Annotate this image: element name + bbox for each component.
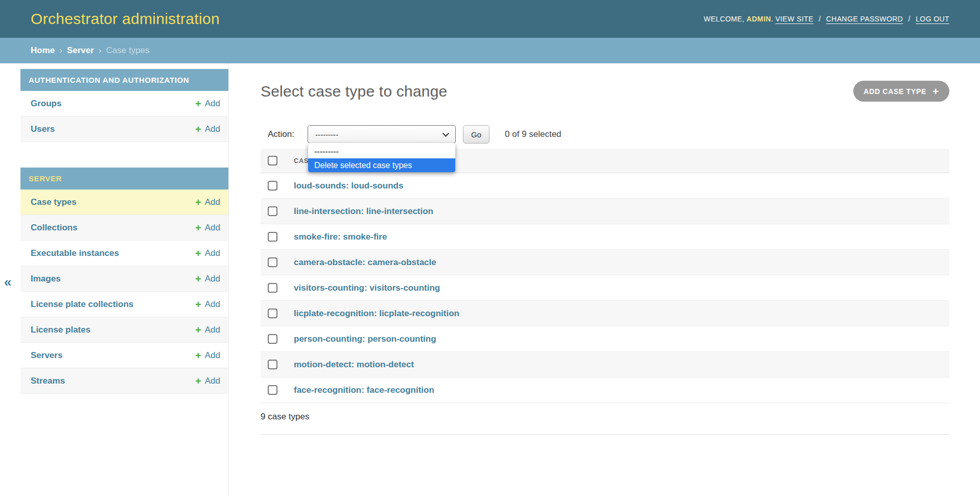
link-separator: /	[819, 15, 821, 23]
sidebar-collapse-icon[interactable]: «	[4, 275, 11, 289]
log-out-link[interactable]: LOG OUT	[916, 15, 949, 23]
row-checkbox[interactable]	[268, 181, 277, 191]
welcome-suffix: .	[771, 15, 773, 23]
sidebar-module-server: SERVER Case types +Add Collections +Add …	[20, 168, 228, 394]
table-row: line-intersection: line-intersection	[261, 199, 949, 224]
sidebar-item-users: Users +Add	[20, 116, 228, 142]
go-button[interactable]: Go	[463, 125, 489, 144]
case-type-link[interactable]: smoke-fire: smoke-fire	[294, 232, 387, 242]
action-select-wrap: --------- --------- Delete selected case…	[308, 125, 456, 144]
row-checkbox[interactable]	[268, 232, 277, 242]
sidebar-item-images: Images +Add	[20, 266, 228, 292]
row-checkbox[interactable]	[268, 257, 277, 267]
add-case-type-label: ADD CASE TYPE	[864, 87, 926, 96]
row-checkbox[interactable]	[268, 334, 277, 344]
user-tools: WELCOME, ADMIN. VIEW SITE / CHANGE PASSW…	[704, 15, 949, 23]
case-type-link[interactable]: camera-obstacle: camera-obstacle	[294, 257, 436, 268]
table-body: loud-sounds: loud-sounds line-intersecti…	[261, 173, 949, 403]
select-all-checkbox[interactable]	[268, 156, 277, 166]
sidebar-item-streams: Streams +Add	[20, 368, 228, 394]
add-icon: +	[195, 274, 201, 284]
sidebar-item-executable-instances: Executable instances +Add	[20, 241, 228, 266]
welcome-text: WELCOME,	[704, 15, 744, 23]
add-collections-link[interactable]: +Add	[195, 223, 220, 233]
add-servers-link[interactable]: +Add	[195, 350, 220, 361]
breadcrumb: Home › Server › Case types	[0, 38, 980, 63]
add-icon: +	[195, 197, 201, 207]
sidebar-link-case-types[interactable]: Case types	[31, 197, 77, 207]
view-site-link[interactable]: VIEW SITE	[776, 15, 813, 23]
action-select[interactable]: ---------	[308, 125, 456, 144]
case-type-link[interactable]: person-counting: person-counting	[294, 334, 436, 344]
sidebar-link-license-plate-collections[interactable]: License plate collections	[31, 299, 133, 310]
sidebar-item-license-plates: License plates +Add	[20, 317, 228, 343]
sidebar-section-auth-title[interactable]: AUTHENTICATION AND AUTHORIZATION	[20, 69, 228, 91]
case-type-link[interactable]: face-recognition: face-recognition	[294, 385, 434, 395]
add-label: Add	[205, 223, 220, 233]
dropdown-option-empty[interactable]: ---------	[308, 145, 455, 158]
result-count: 9 case types	[261, 403, 949, 435]
add-icon: +	[195, 350, 201, 361]
row-checkbox[interactable]	[268, 283, 277, 293]
action-select-value: ---------	[315, 130, 338, 139]
content-area: Select case type to change ADD CASE TYPE…	[229, 63, 980, 496]
case-type-link[interactable]: loud-sounds: loud-sounds	[294, 181, 403, 191]
case-type-table: CASE TYPE loud-sounds: loud-sounds line-…	[261, 149, 949, 435]
add-label: Add	[205, 248, 220, 258]
add-groups-link[interactable]: +Add	[195, 99, 220, 109]
case-type-link[interactable]: visitors-counting: visitors-counting	[294, 283, 440, 293]
add-label: Add	[205, 197, 220, 207]
action-dropdown-popup: --------- Delete selected case types	[308, 143, 455, 172]
table-row: loud-sounds: loud-sounds	[261, 173, 949, 199]
add-icon: +	[195, 376, 201, 386]
table-row: camera-obstacle: camera-obstacle	[261, 250, 949, 275]
sidebar-gutter: «	[0, 63, 20, 496]
add-case-types-link[interactable]: +Add	[195, 197, 220, 207]
sidebar-link-groups[interactable]: Groups	[31, 99, 61, 109]
add-icon: +	[195, 124, 201, 134]
sidebar-section-server-title[interactable]: SERVER	[20, 168, 228, 190]
row-checkbox[interactable]	[268, 360, 277, 369]
add-label: Add	[205, 124, 220, 134]
add-case-type-button[interactable]: ADD CASE TYPE +	[853, 81, 949, 102]
plus-icon: +	[932, 86, 939, 97]
add-icon: +	[195, 325, 201, 335]
add-streams-link[interactable]: +Add	[195, 376, 220, 386]
row-checkbox[interactable]	[268, 385, 277, 395]
sidebar-link-license-plates[interactable]: License plates	[31, 325, 90, 335]
add-label: Add	[205, 99, 220, 109]
sidebar-link-executable-instances[interactable]: Executable instances	[31, 248, 119, 258]
add-images-link[interactable]: +Add	[195, 274, 220, 284]
case-type-link[interactable]: line-intersection: line-intersection	[294, 206, 433, 217]
page-title: Select case type to change	[261, 83, 447, 100]
sidebar-link-streams[interactable]: Streams	[31, 376, 65, 386]
add-icon: +	[195, 248, 201, 258]
sidebar-link-collections[interactable]: Collections	[31, 223, 78, 233]
change-password-link[interactable]: CHANGE PASSWORD	[826, 15, 903, 23]
case-type-link[interactable]: licplate-recognition: licplate-recogniti…	[294, 309, 459, 319]
add-label: Add	[205, 376, 220, 386]
chevron-down-icon	[442, 130, 449, 137]
sidebar-link-servers[interactable]: Servers	[31, 350, 62, 361]
breadcrumb-home[interactable]: Home	[31, 45, 55, 56]
add-label: Add	[205, 274, 220, 284]
row-checkbox[interactable]	[268, 206, 277, 216]
case-type-link[interactable]: motion-detect: motion-detect	[294, 360, 414, 370]
top-header: Orchestrator administration WELCOME, ADM…	[0, 0, 980, 38]
admin-screen: Orchestrator administration WELCOME, ADM…	[0, 0, 980, 496]
sidebar-link-images[interactable]: Images	[31, 274, 61, 284]
app-title[interactable]: Orchestrator administration	[31, 10, 220, 28]
breadcrumb-server[interactable]: Server	[67, 45, 94, 56]
add-license-plates-link[interactable]: +Add	[195, 325, 220, 335]
breadcrumb-separator: ›	[99, 45, 102, 56]
table-row: smoke-fire: smoke-fire	[261, 224, 949, 250]
add-executable-instances-link[interactable]: +Add	[195, 248, 220, 258]
sidebar-link-users[interactable]: Users	[31, 124, 55, 134]
row-checkbox[interactable]	[268, 309, 277, 318]
add-label: Add	[205, 325, 220, 335]
add-license-plate-collections-link[interactable]: +Add	[195, 299, 220, 310]
dropdown-option-delete-selected[interactable]: Delete selected case types	[308, 158, 455, 172]
add-icon: +	[195, 299, 201, 310]
table-row: person-counting: person-counting	[261, 326, 949, 352]
add-users-link[interactable]: +Add	[195, 124, 220, 134]
